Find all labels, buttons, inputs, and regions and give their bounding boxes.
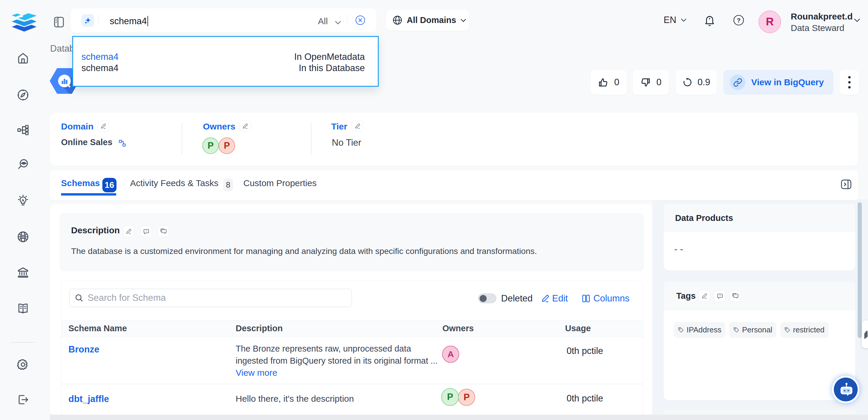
svg-text:?: ? (737, 17, 740, 24)
svg-text:?: ? (146, 230, 147, 233)
svg-text:?: ? (719, 294, 720, 297)
